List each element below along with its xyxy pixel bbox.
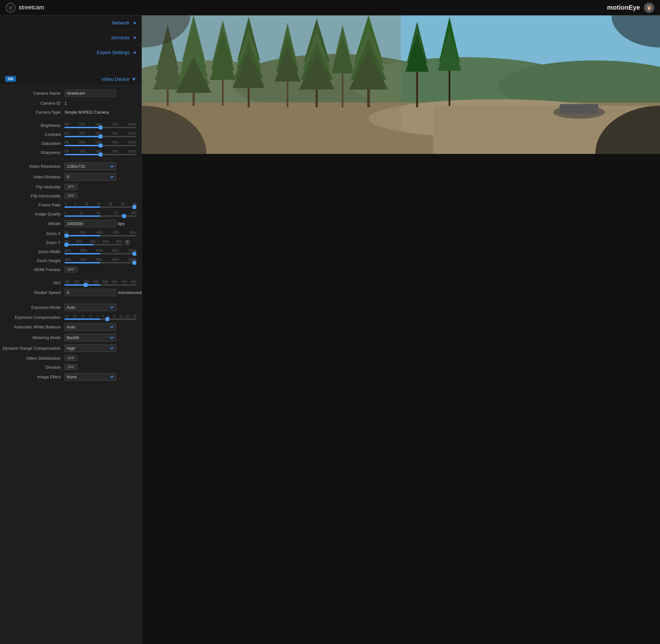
network-arrow: ◄: [132, 20, 136, 25]
sharpness-label: Sharpness: [0, 150, 64, 155]
exposure-compensation-slider[interactable]: [64, 319, 136, 320]
video-stabilization-switch[interactable]: OFF: [64, 355, 78, 361]
exposure-compensation-slider-container: -25-20-15-10-50510152025: [64, 315, 136, 320]
zoom-width-slider[interactable]: [64, 253, 136, 254]
drc-value[interactable]: High Medium Low Off: [64, 345, 136, 352]
sidebar-item-network[interactable]: Network ◄: [0, 16, 141, 30]
metering-mode-row: Metering Mode Backlit Average Spot: [0, 332, 141, 343]
video-device-header: ON Video Device ▼: [0, 73, 141, 85]
bitrate-row: Bitrate bps: [0, 218, 141, 229]
sidebar-item-services[interactable]: Services ◄: [0, 30, 141, 45]
expert-settings-label: Expert Settings: [97, 50, 130, 55]
exposure-mode-select[interactable]: Auto Night Backlight: [64, 304, 116, 311]
awb-value[interactable]: Auto Sunlight Cloudy: [64, 323, 136, 331]
drc-row: Dynamic Range Compensation High Medium L…: [0, 343, 141, 353]
camera-name-label: Camera Name: [0, 91, 64, 96]
contrast-slider[interactable]: [64, 136, 136, 137]
awb-select[interactable]: Auto Sunlight Cloudy: [64, 323, 116, 331]
camera-type-value: Simple MJPEG Camera: [64, 110, 136, 115]
video-device-title[interactable]: Video Device ▼: [101, 76, 136, 82]
bitrate-input[interactable]: [64, 220, 116, 227]
saturation-slider-container: 0%25%50%75%100%: [64, 141, 136, 146]
sidebar-item-expert-settings[interactable]: Expert Settings ◄: [0, 45, 141, 60]
zoom-width-slider-container: 20%40%60%80%100%: [64, 249, 136, 254]
video-rotation-select[interactable]: 0° 90° 180° 270°: [64, 173, 116, 181]
flip-horizontally-toggle[interactable]: OFF: [64, 193, 136, 199]
camera-name-value[interactable]: [64, 90, 136, 97]
shutter-speed-value[interactable]: microseconds: [64, 289, 142, 296]
brightness-slider-container: 0%25%50%75%100%: [64, 123, 136, 128]
app-name: streetcam: [19, 4, 44, 11]
camera-name-input[interactable]: [64, 90, 116, 97]
metering-mode-select[interactable]: Backlit Average Spot: [64, 334, 116, 341]
video-resolution-select[interactable]: 1280x720 1920x1080 640x480: [64, 163, 116, 170]
video-device-toggle[interactable]: ON: [5, 76, 16, 82]
zoom-width-row: Zoom Width 20%40%60%80%100%: [0, 247, 141, 256]
flip-vertically-switch[interactable]: OFF: [64, 184, 78, 190]
sharpness-slider[interactable]: [64, 154, 136, 155]
video-stabilization-label: Video Stabilization: [0, 356, 64, 361]
svg-rect-60: [142, 16, 401, 154]
hdmi-preview-toggle[interactable]: OFF: [64, 267, 136, 272]
header-left: ||| streetcam: [6, 3, 44, 13]
image-effect-value[interactable]: None Negative Sketch Denoise Emboss Oilp…: [64, 373, 136, 381]
zoom-x-slider-container: 0%20%40%60%80%: [64, 231, 136, 236]
zoom-y-slider-container: 0%20%40%60%80%: [64, 240, 123, 245]
frame-rate-slider[interactable]: [64, 206, 136, 208]
brightness-label: Brightness: [0, 123, 64, 128]
flip-horizontally-off[interactable]: OFF: [65, 193, 77, 198]
hdmi-preview-switch[interactable]: OFF: [64, 267, 78, 272]
metering-mode-value[interactable]: Backlit Average Spot: [64, 334, 136, 341]
denoise-off[interactable]: OFF: [65, 365, 77, 370]
camera-image: [142, 16, 660, 154]
video-resolution-value[interactable]: 1280x720 1920x1080 640x480: [64, 163, 136, 170]
image-quality-slider[interactable]: [64, 215, 136, 217]
hdmi-preview-row: HDMI Preview OFF: [0, 265, 141, 274]
video-stabilization-toggle[interactable]: OFF: [64, 355, 136, 361]
drc-select[interactable]: High Medium Low Off: [64, 345, 116, 352]
metering-mode-label: Metering Mode: [0, 335, 64, 340]
flip-horizontally-row: Flip Horizontally OFF: [0, 191, 141, 200]
video-rotation-value[interactable]: 0° 90° 180° 270°: [64, 173, 136, 181]
image-quality-row: Image Quality 1255075100: [0, 209, 141, 218]
video-resolution-row: Video Resolution 1280x720 1920x1080 640x…: [0, 161, 141, 171]
exposure-mode-value[interactable]: Auto Night Backlight: [64, 304, 136, 311]
zoom-height-row: Zoom Height 20%40%60%80%100%: [0, 256, 141, 265]
video-stabilization-off[interactable]: OFF: [65, 355, 77, 361]
contrast-row: Contrast 0%25%50%75%100%: [0, 130, 141, 139]
zoom-height-slider-container: 20%40%60%80%100%: [64, 258, 136, 263]
camera-name-row: Camera Name: [0, 88, 141, 98]
denoise-toggle[interactable]: OFF: [64, 364, 136, 370]
frame-rate-slider-container: 151015202530: [64, 202, 136, 208]
flip-vertically-off[interactable]: OFF: [65, 184, 77, 189]
zoom-y-help-button[interactable]: ?: [125, 239, 130, 245]
image-effect-label: Image Effect: [0, 374, 64, 379]
flip-horizontally-switch[interactable]: OFF: [64, 193, 78, 199]
brightness-slider[interactable]: [64, 127, 136, 128]
zoom-height-slider[interactable]: [64, 262, 136, 263]
zoom-y-slider[interactable]: [64, 244, 123, 245]
iso-slider[interactable]: [64, 284, 136, 285]
contrast-slider-container: 0%25%50%75%100%: [64, 132, 136, 137]
bitrate-value[interactable]: bps: [64, 220, 136, 227]
zoom-x-label: Zoom X: [0, 231, 64, 236]
owl-icon: 🦉: [644, 3, 654, 13]
iso-row: ISO 100200300400500600700800: [0, 278, 141, 287]
image-effect-select[interactable]: None Negative Sketch Denoise Emboss Oilp…: [64, 373, 116, 381]
denoise-switch[interactable]: OFF: [64, 364, 78, 370]
main-container: Network ◄ Services ◄ Expert Settings ◄ O…: [0, 16, 660, 644]
saturation-label: Saturation: [0, 141, 64, 146]
services-arrow: ◄: [132, 35, 136, 40]
image-effect-row: Image Effect None Negative Sketch Denois…: [0, 372, 141, 382]
hdmi-preview-off[interactable]: OFF: [65, 267, 77, 272]
zoom-x-slider[interactable]: [64, 235, 136, 236]
flip-horizontally-label: Flip Horizontally: [0, 193, 64, 198]
camera-type-row: Camera Type Simple MJPEG Camera: [0, 108, 141, 117]
image-quality-slider-container: 1255075100: [64, 211, 136, 217]
flip-vertically-toggle[interactable]: OFF: [64, 184, 136, 190]
shutter-speed-input[interactable]: [64, 289, 116, 296]
saturation-slider[interactable]: [64, 145, 136, 146]
flip-vertically-label: Flip Vertically: [0, 184, 64, 189]
hdmi-preview-label: HDMI Preview: [0, 267, 64, 272]
video-rotation-row: Video Rotation 0° 90° 180° 270°: [0, 171, 141, 182]
